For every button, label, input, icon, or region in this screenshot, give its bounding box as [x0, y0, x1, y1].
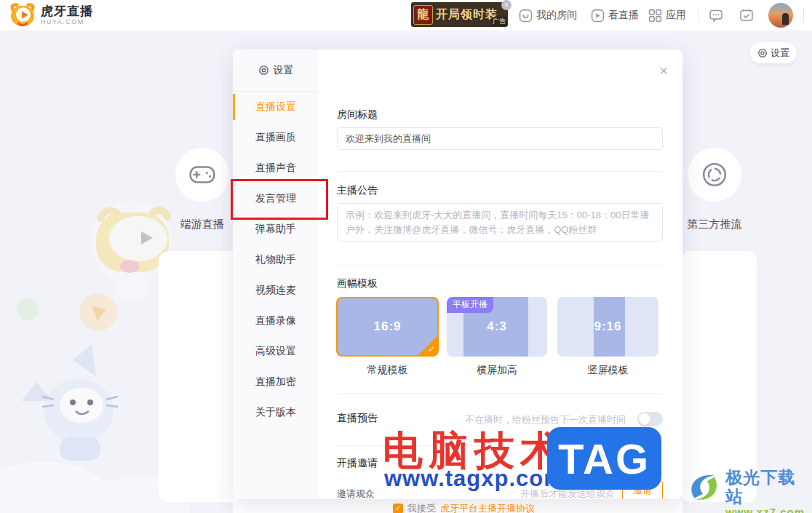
nav-watch-live[interactable]: 看直播 [591, 0, 639, 31]
announcement-label: 主播公告 [337, 184, 378, 197]
nav-watch-live-label: 看直播 [608, 9, 639, 22]
sidebar-item-live-encryption[interactable]: 直播加密 [233, 367, 319, 397]
pc-game-live-label: 端游直播 [175, 218, 230, 231]
message-button[interactable] [709, 8, 723, 25]
live-preview-label: 直播预告 [337, 412, 378, 425]
section-divider [337, 171, 663, 172]
gear-icon [258, 65, 269, 76]
third-party-stream-label: 第三方推流 [687, 218, 742, 231]
right-background-card [680, 251, 757, 502]
dialog-close-icon[interactable]: × [659, 63, 668, 79]
template-16-9-ratio: 16:9 [338, 319, 437, 334]
sidebar-item-live-quality[interactable]: 直播画质 [233, 122, 319, 153]
page-settings-button[interactable]: 设置 [750, 42, 797, 63]
agreement-prefix: 我接受 [407, 502, 436, 513]
watermark-xz7-title: 极光下载站 [725, 468, 810, 506]
live-invite-label: 开播邀请 [337, 457, 378, 470]
sidebar-item-gift-assistant[interactable]: 礼物助手 [233, 244, 319, 275]
watch-live-icon [591, 9, 605, 23]
gamepad-icon [175, 148, 229, 202]
section-divider [337, 266, 663, 266]
watermark-tag-text: TAG [558, 434, 650, 483]
agreement-link[interactable]: 虎牙平台主播开播协议 [440, 502, 535, 513]
agreement-row: ✓ 我接受 虎牙平台主播开播协议 [393, 502, 535, 513]
bubble-decorations [7, 287, 131, 338]
settings-sidebar: 设置 直播设置 直播画质 直播声音 发言管理 弹幕助手 礼物助手 视频连麦 直播… [233, 49, 319, 499]
page-settings-label: 设置 [771, 47, 789, 60]
nav-my-room[interactable]: 我的房间 [519, 0, 577, 31]
apps-grid-icon [648, 9, 662, 23]
gear-icon [757, 48, 768, 58]
room-title-label: 房间标题 [337, 108, 378, 122]
sidebar-item-live-settings[interactable]: 直播设置 [233, 92, 319, 122]
settings-title: 设置 [274, 64, 294, 77]
template-9-16-name: 竖屏模板 [557, 364, 658, 377]
topbar-separator [698, 8, 699, 23]
pc-game-live-module[interactable]: 端游直播 [175, 148, 230, 231]
invite-audience-label: 邀请观众 [337, 488, 375, 499]
template-9-16[interactable]: 9:16 [557, 297, 658, 357]
ad-banner[interactable]: 龍 开局领时装 广告 × [411, 2, 508, 27]
settings-sidebar-header: 设置 [233, 49, 319, 92]
message-icon [709, 8, 723, 23]
watermark-xz7: 极光下载站 www.xz7.com [686, 468, 810, 512]
ad-tag-label: 广告 [491, 17, 507, 26]
template-16-9[interactable]: 16:9 ✓ [336, 297, 439, 357]
template-4-3-name: 横屏加高 [447, 364, 547, 377]
watermark-tag-badge: TAG [547, 427, 661, 490]
logo-domain: HUYA.COM [41, 18, 93, 25]
logo-title: 虎牙直播 [41, 5, 93, 18]
ad-banner-text: 开局领时装 [436, 7, 498, 23]
nav-apps-label: 应用 [666, 9, 686, 22]
template-16-9-name: 常规模板 [336, 364, 439, 377]
check-icon: ✓ [428, 344, 435, 354]
toggle-knob [639, 413, 650, 425]
template-4-3[interactable]: 平板开播 4:3 [447, 297, 547, 357]
sidebar-item-about-version[interactable]: 关于版本 [233, 397, 319, 428]
huya-live-app: 端游直播 第三方推流 设置 [0, 0, 812, 513]
nav-my-room-label: 我的房间 [536, 9, 577, 22]
third-party-stream-module[interactable]: 第三方推流 [687, 148, 742, 231]
template-4-3-ratio: 4:3 [447, 319, 547, 334]
topbar-separator-right [803, 8, 804, 23]
ad-game-icon: 龍 [413, 5, 433, 25]
agreement-checkbox[interactable]: ✓ [393, 504, 403, 513]
watermark-tagxp-url: www.tagxp.com [384, 466, 565, 492]
sidebar-item-advanced-settings[interactable]: 高级设置 [233, 336, 319, 367]
frame-template-label: 画幅模板 [337, 277, 378, 290]
sidebar-item-video-link[interactable]: 视频连麦 [233, 275, 319, 306]
announcement-textarea[interactable] [337, 203, 663, 242]
live-preview-toggle[interactable] [637, 412, 663, 426]
calendar-check-icon [739, 8, 754, 23]
room-title-input[interactable] [337, 127, 663, 150]
section-divider [337, 393, 663, 394]
nav-apps[interactable]: 应用 [648, 0, 686, 31]
annotation-highlight-box [231, 179, 328, 220]
huya-tiger-icon [9, 3, 36, 28]
xz7-swirl-icon [686, 468, 723, 506]
watermark-xz7-url: www.xz7.com [725, 506, 810, 513]
calendar-button[interactable] [739, 8, 754, 25]
ad-close-icon[interactable]: × [501, 0, 512, 10]
template-9-16-ratio: 9:16 [557, 319, 658, 334]
obs-stream-icon [688, 148, 741, 202]
topbar: 虎牙直播 HUYA.COM 龍 开局领时装 广告 × 我的房间 看直播 [0, 0, 812, 31]
user-avatar[interactable] [768, 3, 793, 28]
huya-logo[interactable]: 虎牙直播 HUYA.COM [9, 3, 93, 28]
room-icon [519, 9, 533, 23]
tablet-live-badge: 平板开播 [447, 297, 493, 313]
sidebar-item-live-recording[interactable]: 直播录像 [233, 306, 319, 336]
